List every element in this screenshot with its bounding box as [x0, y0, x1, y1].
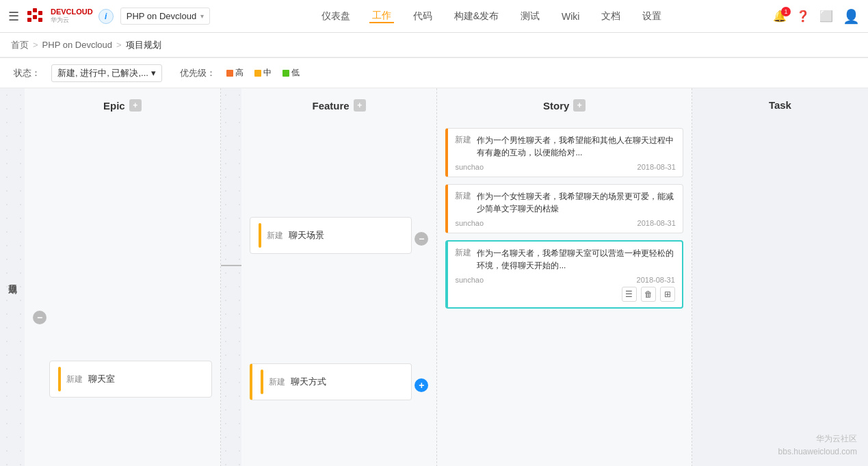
- story-1-status: 新建: [455, 134, 471, 159]
- epic-item[interactable]: 新建 聊天室: [49, 361, 212, 398]
- story-3-author: sunchao: [455, 276, 484, 284]
- svg-rect-0: [27, 11, 31, 15]
- feature-2-plus[interactable]: +: [415, 378, 428, 392]
- story-card-1[interactable]: 新建 作为一个男性聊天者，我希望能和其他人在聊天过程中有有趣的互动，以便能给对.…: [445, 128, 683, 177]
- nav-dashboard[interactable]: 仪表盘: [319, 10, 353, 23]
- story-3-expand-icon[interactable]: ⊞: [660, 287, 675, 302]
- story-3-list-icon[interactable]: ☰: [622, 287, 637, 302]
- high-priority-label: 高: [235, 67, 244, 79]
- nav-test[interactable]: 测试: [518, 10, 542, 23]
- story-column-title: Story: [543, 100, 569, 112]
- project-name: PHP on Devcloud: [127, 11, 196, 21]
- low-priority-dot: [282, 70, 289, 77]
- story-1-footer: sunchao 2018-08-31: [455, 163, 675, 171]
- story-column: Story + 新建 作为一个男性聊天者，我希望能和其他人在聊天过程中有有趣的互…: [437, 88, 692, 466]
- story-1-date: 2018-08-31: [637, 163, 676, 171]
- feature-item-2[interactable]: 新建 聊天方式: [250, 363, 412, 400]
- nav-build[interactable]: 构建&发布: [451, 10, 501, 23]
- low-priority-label: 低: [291, 67, 300, 79]
- nav-docs[interactable]: 文档: [599, 10, 623, 23]
- logo-sub: 华为云: [51, 16, 93, 25]
- nav-settings[interactable]: 设置: [640, 10, 664, 23]
- mid-priority-dot: [254, 70, 261, 77]
- story-3-footer: sunchao 2018-08-31: [455, 276, 674, 284]
- story-3-actions: ☰ 🗑 ⊞: [455, 287, 674, 302]
- breadcrumb-current: 项目规划: [126, 39, 161, 51]
- feature-2-title: 聊天方式: [291, 376, 326, 388]
- status-filter-chevron: ▾: [151, 68, 156, 78]
- svg-rect-3: [33, 15, 37, 19]
- story-2-author: sunchao: [455, 219, 484, 227]
- priority-high: 高: [226, 67, 244, 79]
- epic-feature-connector: [221, 88, 241, 466]
- status-label: 状态：: [14, 67, 40, 79]
- status-filter-value: 新建, 进行中, 已解决,...: [57, 67, 148, 79]
- breadcrumb-row: 首页 > PHP on Devcloud > 项目规划 项目规划 Epic Fe…: [0, 33, 868, 58]
- epic-status: 新建: [66, 374, 83, 385]
- story-add-button[interactable]: +: [573, 99, 586, 112]
- watermark: 华为云社区 bbs.huaweicloud.com: [778, 432, 857, 458]
- story-3-date: 2018-08-31: [637, 276, 675, 284]
- logo-text: DEVCLOUD: [51, 8, 93, 16]
- story-2-status: 新建: [455, 190, 471, 215]
- priority-low: 低: [282, 67, 300, 79]
- feature-column: Feature + 新建 聊天场景 − 新建: [241, 88, 438, 466]
- watermark-line1: 华为云社区: [778, 432, 857, 445]
- feature-add-button[interactable]: +: [354, 99, 366, 112]
- story-card-2[interactable]: 新建 作为一个女性聊天者，我希望聊天的场景更可爱，能减少简单文字聊天的枯燥 su…: [445, 184, 683, 233]
- story-2-footer: sunchao 2018-08-31: [455, 219, 675, 227]
- epic-column-title: Epic: [103, 100, 125, 112]
- logo: DEVCLOUD 华为云: [26, 7, 93, 26]
- priority-mid: 中: [254, 67, 272, 79]
- svg-rect-1: [33, 8, 37, 12]
- menu-icon[interactable]: ☰: [8, 9, 19, 24]
- breadcrumb-sep2: >: [116, 40, 122, 50]
- breadcrumb-home[interactable]: 首页: [11, 39, 29, 51]
- story-2-date: 2018-08-31: [637, 219, 676, 227]
- story-1-text: 作为一个男性聊天者，我希望能和其他人在聊天过程中有有趣的互动，以便能给对...: [477, 134, 675, 159]
- screen-button[interactable]: ⬜: [819, 10, 833, 23]
- feature-1-minus[interactable]: −: [415, 232, 428, 246]
- story-3-delete-icon[interactable]: 🗑: [641, 287, 656, 302]
- feature-bar-2: [261, 370, 263, 394]
- task-column: Task: [692, 88, 868, 466]
- top-nav: ☰ DEVCLOUD 华为云 i PHP on Devcloud ▾ 仪表盘 工…: [0, 0, 868, 33]
- user-avatar[interactable]: 👤: [843, 8, 860, 25]
- breadcrumb: 首页 > PHP on Devcloud > 项目规划: [0, 33, 868, 57]
- epic-minus-button[interactable]: −: [33, 311, 47, 324]
- feature-col-content: 新建 聊天场景 − 新建 聊天方式 +: [241, 122, 437, 461]
- nav-wiki[interactable]: Wiki: [559, 11, 582, 22]
- project-selector[interactable]: PHP on Devcloud ▾: [120, 8, 210, 25]
- story-2-text: 作为一个女性聊天者，我希望聊天的场景更可爱，能减少简单文字聊天的枯燥: [477, 190, 675, 215]
- notification-badge: 1: [781, 7, 791, 16]
- story-1-header: 新建 作为一个男性聊天者，我希望能和其他人在聊天过程中有有趣的互动，以便能给对.…: [455, 134, 675, 159]
- feature-row-2: 新建 聊天方式 +: [250, 363, 429, 407]
- epic-add-button[interactable]: +: [129, 99, 142, 112]
- toolbar: 状态： 新建, 进行中, 已解决,... ▾ 优先级： 高 中 低: [0, 58, 868, 88]
- feature-bar-1: [259, 223, 261, 248]
- status-filter-dropdown[interactable]: 新建, 进行中, 已解决,... ▾: [51, 64, 162, 82]
- epic-row: − 新建 聊天室: [33, 237, 212, 398]
- notification-button[interactable]: 🔔 1: [773, 10, 787, 23]
- feature-item-1[interactable]: 新建 聊天场景: [250, 217, 412, 254]
- task-column-title: Task: [769, 99, 791, 111]
- story-3-status: 新建: [455, 247, 471, 272]
- nav-right: 🔔 1 ❓ ⬜ 👤: [773, 8, 860, 25]
- info-button[interactable]: i: [98, 9, 114, 24]
- story-card-3[interactable]: 新建 作为一名聊天者，我希望聊天室可以营造一种更轻松的环境，使得聊天开始的...…: [445, 240, 683, 309]
- side-label: 项目规划: [0, 88, 25, 466]
- help-button[interactable]: ❓: [796, 10, 810, 23]
- nav-work[interactable]: 工作: [369, 10, 394, 23]
- task-col-content: [692, 122, 868, 461]
- task-column-header: Task: [692, 94, 868, 122]
- story-col-content: 新建 作为一个男性聊天者，我希望能和其他人在聊天过程中有有趣的互动，以便能给对.…: [437, 122, 691, 461]
- breadcrumb-project[interactable]: PHP on Devcloud: [42, 40, 112, 50]
- story-1-author: sunchao: [455, 163, 484, 171]
- feature-1-title: 聊天场景: [289, 229, 324, 242]
- nav-code[interactable]: 代码: [410, 10, 435, 23]
- high-priority-dot: [226, 70, 233, 77]
- story-3-header: 新建 作为一名聊天者，我希望聊天室可以营造一种更轻松的环境，使得聊天开始的...: [455, 247, 674, 272]
- huawei-logo-icon: [26, 7, 48, 26]
- epic-title: 聊天室: [88, 373, 115, 385]
- svg-rect-2: [38, 11, 42, 15]
